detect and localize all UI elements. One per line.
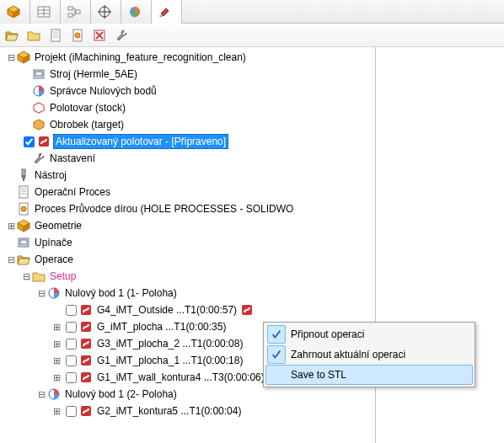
red-icon xyxy=(240,303,254,317)
expand-icon[interactable]: ⊞ xyxy=(51,406,62,417)
red-icon xyxy=(37,135,51,148)
open-button[interactable] xyxy=(3,27,20,44)
node-nastroj[interactable]: Nástroj xyxy=(5,167,375,184)
geometrie-icon xyxy=(17,219,30,232)
node-project[interactable]: ⊟ Projekt (iMachining_feature_recognitio… xyxy=(5,49,375,66)
tab-target[interactable] xyxy=(91,0,121,24)
doc-icon xyxy=(17,185,30,199)
proces-pruvodce-label[interactable]: Proces Průvodce dírou (HOLE PROCESSES - … xyxy=(33,202,295,216)
node-aktualizovany[interactable]: Aktualizovaný polotovar - [Připraveno] xyxy=(5,133,375,150)
tab-pie[interactable] xyxy=(121,0,152,24)
operace-label[interactable]: Operace xyxy=(33,253,75,266)
folder-open-icon xyxy=(17,253,30,266)
expand-icon[interactable]: ⊞ xyxy=(51,355,62,366)
collapse-icon[interactable]: ⊟ xyxy=(35,389,47,400)
expand-icon[interactable]: ⊞ xyxy=(5,221,17,232)
op-label[interactable]: G1_iMT_wall_kontura4 ...T3(0:00:06) xyxy=(95,371,266,384)
node-spravce[interactable]: Správce Nulových bodů xyxy=(5,83,375,99)
wrench-icon xyxy=(32,152,46,165)
menu-item-pin-operation[interactable]: Připnout operaci xyxy=(265,324,473,344)
stroj-label[interactable]: Stroj (Hermle_5AE) xyxy=(48,67,139,81)
upinace-label[interactable]: Upínače xyxy=(33,236,74,249)
wrench-button[interactable] xyxy=(113,27,130,44)
op-checkbox[interactable] xyxy=(66,305,77,316)
red-icon xyxy=(79,371,93,384)
red-icon xyxy=(79,320,93,334)
check-icon xyxy=(267,345,286,364)
collapse-icon[interactable]: ⊟ xyxy=(20,271,32,282)
op-checkbox[interactable] xyxy=(66,355,77,366)
node-polotovar[interactable]: Polotovar (stock) xyxy=(5,99,375,116)
project-icon xyxy=(17,51,30,64)
polotovar-label[interactable]: Polotovar (stock) xyxy=(48,101,127,115)
red-icon xyxy=(79,303,93,317)
new-folder-button[interactable] xyxy=(25,27,42,44)
op-checkbox[interactable] xyxy=(66,406,77,417)
tab-paint[interactable] xyxy=(152,0,182,24)
obrobek-label[interactable]: Obrobek (target) xyxy=(48,118,126,131)
op-checkbox[interactable] xyxy=(66,339,77,350)
op-label[interactable]: G2_iMT_kontura5 ...T1(0:00:04) xyxy=(95,404,243,418)
node-upinace[interactable]: Upínače xyxy=(5,234,375,251)
expand-icon[interactable]: ⊞ xyxy=(51,339,62,350)
settings-doc-button[interactable] xyxy=(69,27,86,44)
node-operacni-proces[interactable]: Operační Proces xyxy=(5,184,375,200)
node-proces-pruvodce[interactable]: Proces Průvodce dírou (HOLE PROCESSES - … xyxy=(5,200,375,217)
machine-icon xyxy=(32,67,46,81)
op-label[interactable]: G4_iMT_Outside ...T1(0:00:57) xyxy=(95,303,239,317)
node-op[interactable]: G4_iMT_Outside ...T1(0:00:57) xyxy=(5,302,375,318)
setup-label[interactable]: Setup xyxy=(48,270,78,283)
nb2-label[interactable]: Nulový bod 1 (2- Poloha) xyxy=(63,387,179,401)
collapse-icon[interactable]: ⊟ xyxy=(35,288,47,299)
menu-item-include-current[interactable]: Zahrnout aktuální operaci xyxy=(265,344,473,365)
main-tab-bar xyxy=(0,0,504,24)
coords-icon xyxy=(47,286,61,300)
tab-table[interactable] xyxy=(30,0,61,24)
op-label[interactable]: G3_iMT_plocha_2 ...T1(0:00:08) xyxy=(95,337,244,350)
secondary-toolbar xyxy=(0,24,504,47)
pie-icon xyxy=(128,5,142,19)
node-op[interactable]: ⊞ G2_iMT_kontura5 ...T1(0:00:04) xyxy=(5,403,375,419)
upinace-icon xyxy=(17,236,30,249)
red-icon xyxy=(79,404,93,418)
expand-icon[interactable]: ⊞ xyxy=(51,322,62,333)
node-nb2[interactable]: ⊟ Nulový bod 1 (2- Poloha) xyxy=(5,386,375,403)
expand-icon[interactable]: ⊞ xyxy=(51,372,62,383)
menu-item-save-stl[interactable]: Save to STL xyxy=(265,365,473,385)
node-nb1[interactable]: ⊟ Nulový bod 1 (1- Poloha) xyxy=(5,285,375,302)
delete-doc-button[interactable] xyxy=(91,27,108,44)
nastaveni-label[interactable]: Nastavení xyxy=(48,152,97,165)
geometrie-label[interactable]: Geometrie xyxy=(33,219,83,232)
hole-icon xyxy=(17,202,30,216)
collapse-icon[interactable]: ⊟ xyxy=(5,52,17,63)
op-label[interactable]: G1_iMT_plocha_1 ...T1(0:00:18) xyxy=(95,354,244,367)
table-icon xyxy=(37,5,51,19)
node-obrobek[interactable]: Obrobek (target) xyxy=(5,116,375,133)
tree-icon xyxy=(67,5,81,19)
check-icon xyxy=(267,325,286,344)
tab-cube[interactable] xyxy=(0,0,30,24)
operacni-proces-label[interactable]: Operační Proces xyxy=(33,185,112,199)
op-label[interactable]: G_iMT_plocha ...T1(0:00:35) xyxy=(95,320,228,334)
coords-icon xyxy=(47,387,61,401)
nastroj-label[interactable]: Nástroj xyxy=(33,168,68,182)
new-doc-button[interactable] xyxy=(47,27,64,44)
menu-item-label: Zahrnout aktuální operaci xyxy=(291,349,405,360)
collapse-icon[interactable]: ⊟ xyxy=(5,254,17,265)
aktualizovany-label[interactable]: Aktualizovaný polotovar - [Připraveno] xyxy=(53,134,228,149)
node-geometrie[interactable]: ⊞ Geometrie xyxy=(5,217,375,234)
nb1-label[interactable]: Nulový bod 1 (1- Poloha) xyxy=(63,286,179,300)
node-operace[interactable]: ⊟ Operace xyxy=(5,251,375,268)
node-nastaveni[interactable]: Nastavení xyxy=(5,150,375,167)
aktualizovany-checkbox[interactable] xyxy=(24,136,35,147)
project-label[interactable]: Projekt (iMachining_feature_recognition_… xyxy=(33,51,248,64)
menu-item-label: Save to STL xyxy=(291,369,346,381)
tab-tree[interactable] xyxy=(61,0,91,24)
node-setup[interactable]: ⊟ Setup xyxy=(5,268,375,285)
node-stroj[interactable]: Stroj (Hermle_5AE) xyxy=(5,66,375,83)
op-checkbox[interactable] xyxy=(66,372,77,383)
spravce-label[interactable]: Správce Nulových bodů xyxy=(48,84,158,98)
op-checkbox[interactable] xyxy=(66,322,77,333)
cube-icon xyxy=(7,5,20,19)
folder-icon xyxy=(32,270,46,283)
